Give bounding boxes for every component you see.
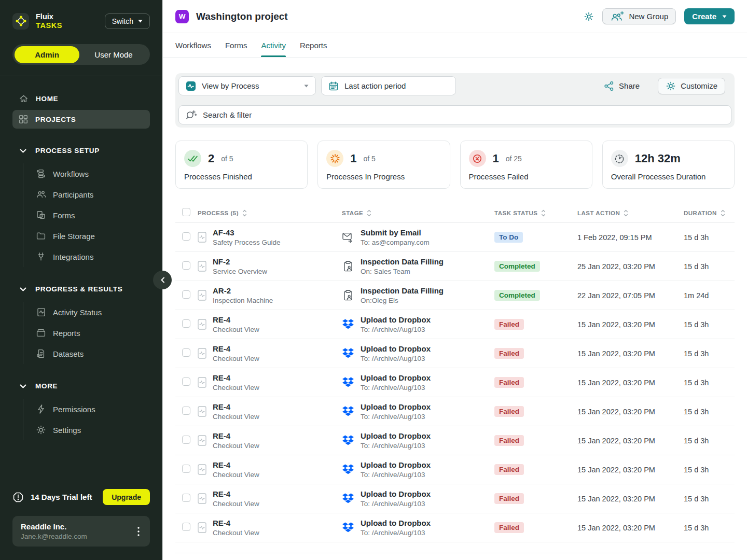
sidebar-item-reports[interactable]: Reports [23,323,162,343]
table-row[interactable]: RE-4Checkout ViewUpload to DropboxTo: /A… [175,368,735,397]
table-row[interactable]: NF-2Service OverviewInspection Data Fill… [175,252,735,281]
status-badge: To Do [494,232,523,243]
stage-cell: Upload to DropboxTo: /Archive/Aug/103 [342,459,494,480]
stat-card-processes-finished: 2of 5Processes Finished [175,141,308,189]
row-checkbox[interactable] [182,407,190,415]
sidebar-item-forms[interactable]: Forms [23,205,162,226]
table-row[interactable]: RE-4Checkout ViewUpload to DropboxTo: /A… [175,339,735,368]
status-cell: Failed [494,493,577,504]
table-row[interactable]: AF-43Safety Process GuideSubmit by Email… [175,223,735,252]
sidebar-item-projects[interactable]: PROJECTS [12,110,150,129]
x-circle-icon [469,150,486,167]
row-checkbox-cell [182,436,198,446]
stage-text: Upload to DropboxTo: /Archive/Aug/103 [361,401,431,422]
process-name: Service Overview [213,267,267,277]
section-header-process-setup[interactable]: PROCESS SETUP [0,147,162,155]
period-picker[interactable]: Last action period [321,76,456,95]
dropbox-icon [342,377,354,387]
table-row[interactable]: RE-4Checkout ViewUpload to DropboxTo: /A… [175,397,735,426]
process-name: Checkout View [213,325,259,335]
table-row[interactable]: RE-4Checkout ViewUpload to DropboxTo: /A… [175,455,735,484]
table-row[interactable]: AR-2Inspection MachineInspection Data Fi… [175,281,735,310]
customize-button[interactable]: Customize [658,78,725,94]
chevron-down-icon [20,384,26,388]
column-header-last-action[interactable]: LAST ACTION [577,209,684,217]
project-header: W Washington project New Group Create [163,0,747,33]
row-checkbox[interactable] [182,465,190,473]
process-name: Checkout View [213,470,259,480]
sidebar-item-permissions[interactable]: Permissions [23,399,162,419]
sidebar-item-activity-status[interactable]: Activity Status [23,302,162,323]
tab-reports[interactable]: Reports [300,33,327,57]
row-checkbox[interactable] [182,494,190,502]
stage-subtitle: To: /Archive/Aug/103 [361,470,431,480]
table-row[interactable]: RE-4Checkout ViewUpload to DropboxTo: /A… [175,310,735,339]
stat-top: 1of 5 [326,150,441,167]
search-input[interactable] [203,110,725,119]
tab-activity[interactable]: Activity [261,33,286,57]
column-header-process-5[interactable]: PROCESS (5) [198,209,342,217]
section-header-progress-results[interactable]: PROGRESS & RESULTS [0,285,162,293]
section-header-more[interactable]: MORE [0,382,162,390]
row-checkbox[interactable] [182,523,190,531]
row-checkbox[interactable] [182,290,190,299]
sidebar-item-settings[interactable]: Settings [23,419,162,440]
pulse-square-icon [186,81,196,91]
column-header-stage[interactable]: STAGE [342,209,494,217]
gear-icon [666,81,676,91]
row-checkbox[interactable] [182,348,190,357]
table-row[interactable]: RE-4Checkout ViewUpload to DropboxTo: /A… [175,426,735,455]
switch-button[interactable]: Switch [105,13,150,29]
sidebar-item-participants[interactable]: Participants [23,184,162,205]
admin-mode-button[interactable]: Admin [15,46,79,63]
sidebar-item-home[interactable]: HOME [12,89,150,108]
process-text: AF-43Safety Process Guide [213,227,281,248]
create-button[interactable]: Create [684,8,735,24]
sidebar-item-label: Forms [53,211,75,220]
kebab-menu-icon[interactable] [135,525,142,538]
view-by-dropdown[interactable]: View by Process [178,76,316,95]
sidebar-item-datasets[interactable]: Datasets [23,343,162,364]
sidebar-collapse-button[interactable] [153,271,172,289]
user-mode-button[interactable]: User Mode [79,50,148,59]
row-checkbox[interactable] [182,232,190,241]
search-sparkle-icon [185,109,197,121]
column-label: DURATION [684,210,717,216]
row-checkbox-cell [182,348,198,359]
row-checkbox[interactable] [182,319,190,328]
status-cell: Failed [494,522,577,533]
chevron-down-icon [20,149,26,153]
select-all-checkbox[interactable] [182,208,190,216]
process-text: RE-4Checkout View [213,314,259,335]
pulse-doc-icon [198,464,206,475]
process-id: RE-4 [213,517,259,528]
stage-text: Upload to DropboxTo: /Archive/Aug/103 [361,314,431,335]
row-checkbox[interactable] [182,261,190,270]
section-items: WorkflowsParticipantsFormsFile StorageIn… [23,163,162,267]
row-checkbox[interactable] [182,436,190,444]
stage-cell: Upload to DropboxTo: /Archive/Aug/103 [342,430,494,451]
tab-workflows[interactable]: Workflows [175,33,211,57]
tab-forms[interactable]: Forms [225,33,247,57]
table-row[interactable]: RE-4Checkout ViewUpload to DropboxTo: /A… [175,513,735,542]
share-button[interactable]: Share [604,81,640,91]
stage-subtitle: To: /Archive/Aug/103 [361,383,431,393]
sidebar-item-label: Activity Status [53,308,102,317]
stage-subtitle: To: /Archive/Aug/103 [361,412,431,422]
project-settings-gear-icon[interactable] [584,11,594,22]
sidebar-item-integrations[interactable]: Integrations [23,246,162,267]
sidebar-item-file-storage[interactable]: File Storage [23,226,162,246]
row-checkbox[interactable] [182,377,190,386]
column-header-task-status[interactable]: TASK STATUS [494,209,577,217]
new-group-button[interactable]: New Group [602,8,676,24]
trial-text: 14 Days Trial left [31,493,96,501]
process-cell: RE-4Checkout View [198,343,342,364]
sidebar-item-workflows[interactable]: Workflows [23,163,162,184]
column-header-duration[interactable]: DURATION [684,209,735,217]
pulse-doc-icon [198,493,206,504]
stage-cell: Upload to DropboxTo: /Archive/Aug/103 [342,488,494,509]
upgrade-button[interactable]: Upgrade [103,489,150,505]
stat-label: Processes Finished [184,172,299,181]
account-card[interactable]: Readdle Inc. Jane.k@readdle.com [12,516,150,547]
table-row[interactable]: RE-4Checkout ViewUpload to DropboxTo: /A… [175,484,735,513]
